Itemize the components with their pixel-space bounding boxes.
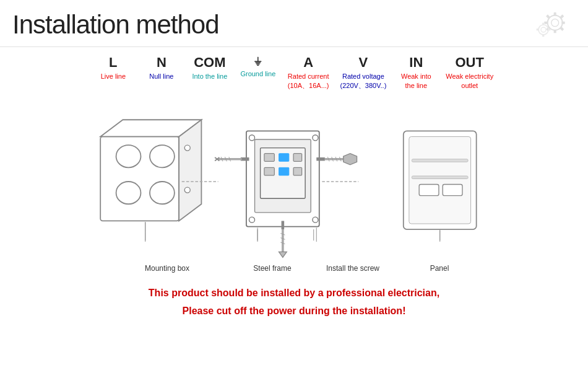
svg-rect-2 (554, 12, 556, 15)
svg-rect-65 (412, 159, 468, 162)
svg-rect-5 (561, 22, 564, 24)
legend-symbol-ground: ⏚ (254, 55, 261, 68)
svg-rect-15 (548, 29, 550, 30)
legend-item-A: A Rated current(10A、16A...) (288, 55, 329, 90)
legend-label-IN: Weak intothe line (401, 72, 431, 90)
svg-rect-12 (542, 23, 544, 25)
legend-label-L: Live line (101, 72, 126, 81)
svg-point-21 (116, 182, 141, 204)
svg-rect-4 (544, 22, 547, 24)
installation-diagram (0, 95, 588, 268)
legend-symbol-L: L (109, 55, 117, 71)
svg-rect-68 (443, 185, 462, 196)
legend-symbol-COM: COM (194, 55, 225, 71)
svg-point-24 (184, 187, 190, 193)
svg-point-19 (116, 145, 141, 167)
svg-point-20 (150, 145, 175, 167)
legend-symbol-OUT: OUT (456, 55, 484, 71)
svg-rect-33 (264, 167, 274, 175)
svg-rect-66 (412, 176, 468, 179)
svg-point-0 (548, 15, 563, 30)
svg-rect-13 (542, 34, 544, 37)
warning-section: This product should be installed by a pr… (0, 284, 588, 320)
legend-item-OUT: OUT Weak electricityoutlet (446, 55, 493, 90)
warning-line-2: Please cut off the power during the inst… (0, 302, 588, 320)
svg-rect-14 (537, 29, 539, 30)
diagram-svg (84, 98, 504, 265)
legend-item-N: N Null line (143, 55, 180, 81)
legend-label-OUT: Weak electricityoutlet (446, 72, 493, 90)
legend-label-N: Null line (149, 72, 173, 81)
legend-symbol-N: N (157, 55, 166, 71)
svg-rect-31 (279, 154, 289, 162)
svg-point-39 (313, 217, 318, 222)
svg-rect-67 (419, 185, 439, 196)
legend-label-A: Rated current(10A、16A...) (288, 72, 329, 90)
svg-point-22 (150, 182, 175, 204)
svg-point-23 (184, 145, 190, 151)
svg-rect-30 (264, 154, 274, 162)
svg-point-37 (313, 135, 318, 141)
svg-marker-54 (344, 154, 357, 165)
svg-rect-64 (409, 136, 471, 224)
legend-item-ground: ⏚ Ground line (240, 55, 277, 78)
page-title: Installation method (12, 10, 219, 40)
svg-point-36 (249, 135, 254, 141)
legend-item-L: L Live line (95, 55, 132, 81)
legend-item-V: V Rated voltage(220V、380V..) (340, 55, 387, 90)
svg-rect-32 (293, 154, 302, 162)
legend-item-COM: COM Into the line (191, 55, 228, 81)
legend-symbol-IN: IN (409, 55, 423, 71)
legend-symbol-V: V (359, 55, 368, 71)
legend-item-IN: IN Weak intothe line (397, 55, 435, 90)
warning-line-1: This product should be installed by a pr… (0, 284, 588, 302)
svg-point-38 (249, 217, 254, 222)
legend-symbol-A: A (303, 55, 313, 71)
svg-marker-18 (179, 120, 201, 221)
legend-label-ground: Ground line (240, 69, 275, 78)
svg-marker-60 (279, 252, 287, 257)
legend-row: L Live line N Null line COM Into the lin… (0, 47, 588, 95)
svg-rect-3 (554, 30, 556, 33)
svg-rect-34 (279, 167, 289, 175)
legend-label-COM: Into the line (192, 72, 227, 81)
svg-rect-35 (293, 167, 302, 175)
svg-point-11 (541, 27, 546, 32)
legend-label-V: Rated voltage(220V、380V..) (340, 72, 387, 90)
gear-icon (526, 6, 576, 43)
header: Installation method (0, 0, 588, 47)
svg-point-1 (551, 19, 559, 27)
